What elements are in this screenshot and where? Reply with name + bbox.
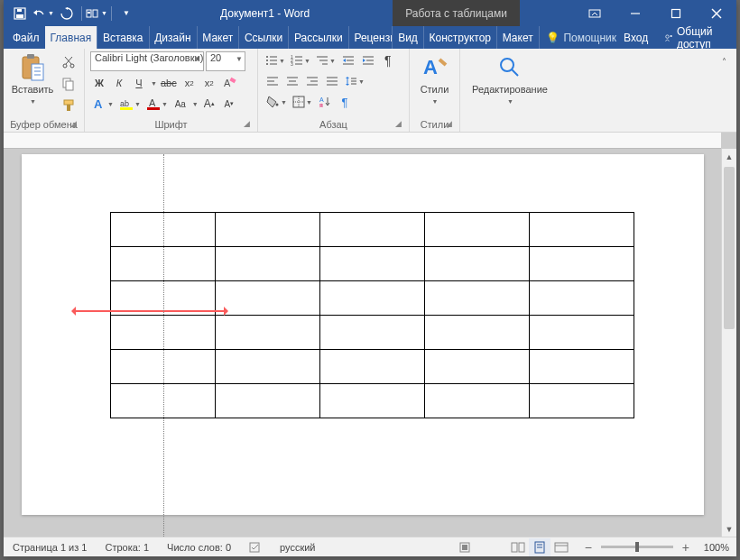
grow-font-icon[interactable]: A▴ bbox=[200, 95, 218, 113]
bold-button[interactable]: Ж bbox=[90, 74, 108, 92]
italic-button[interactable]: К bbox=[110, 74, 128, 92]
tab-mailings[interactable]: Рассылки bbox=[289, 26, 348, 49]
tab-file[interactable]: Файл bbox=[7, 26, 45, 49]
tab-layout[interactable]: Макет bbox=[197, 26, 238, 49]
bullets-icon[interactable]: ▼ bbox=[264, 51, 287, 69]
styles-button[interactable]: A Стили▼ bbox=[415, 51, 454, 107]
svg-rect-26 bbox=[67, 105, 70, 111]
cut-icon[interactable] bbox=[60, 53, 78, 71]
decrease-indent-icon[interactable] bbox=[339, 51, 357, 69]
svg-rect-82 bbox=[462, 545, 467, 550]
multilevel-icon[interactable]: ▼ bbox=[314, 51, 338, 69]
align-center-icon[interactable] bbox=[283, 72, 301, 90]
tab-review[interactable]: Рецензирование bbox=[348, 26, 392, 49]
svg-rect-1 bbox=[16, 14, 23, 18]
annotation-arrow bbox=[72, 310, 227, 312]
justify-icon[interactable] bbox=[323, 72, 341, 90]
tab-home[interactable]: Главная bbox=[45, 26, 97, 49]
tell-me[interactable]: 💡Помощник bbox=[539, 26, 624, 49]
strikethrough-button[interactable]: abc bbox=[159, 74, 179, 92]
document-page[interactable] bbox=[22, 154, 704, 515]
svg-text:A: A bbox=[149, 97, 156, 108]
tab-references[interactable]: Ссылки bbox=[239, 26, 288, 49]
zoom-out-button[interactable]: − bbox=[579, 538, 597, 556]
font-color-icon[interactable]: A▼ bbox=[144, 95, 170, 113]
sort-icon[interactable]: Aя bbox=[316, 93, 334, 111]
sign-in-link[interactable]: Вход bbox=[624, 32, 648, 44]
show-all-icon[interactable]: ¶ bbox=[336, 93, 354, 111]
scroll-down-icon[interactable]: ▼ bbox=[722, 521, 736, 537]
underline-button[interactable]: Ч bbox=[130, 74, 148, 92]
line-spacing-icon[interactable]: ▼ bbox=[343, 72, 366, 90]
superscript-button[interactable]: x2 bbox=[200, 74, 218, 92]
format-painter-icon[interactable] bbox=[60, 96, 78, 115]
view-read-icon[interactable] bbox=[507, 538, 529, 556]
status-language[interactable]: русский bbox=[271, 542, 324, 553]
show-marks-icon[interactable]: ¶ bbox=[379, 51, 397, 69]
scroll-thumb[interactable] bbox=[724, 167, 735, 329]
chevron-down-icon: ▼ bbox=[194, 55, 201, 63]
shrink-font-icon[interactable]: A▾ bbox=[220, 95, 238, 113]
subscript-button[interactable]: x2 bbox=[180, 74, 199, 92]
minimize-icon[interactable] bbox=[615, 0, 655, 26]
view-web-icon[interactable] bbox=[550, 538, 572, 556]
svg-rect-4 bbox=[93, 10, 97, 17]
paragraph-dialog-icon[interactable]: ◢ bbox=[393, 119, 403, 130]
zoom-thumb[interactable] bbox=[635, 542, 639, 552]
editing-button[interactable]: Редактирование▼ bbox=[466, 51, 554, 107]
zoom-slider[interactable] bbox=[601, 546, 673, 548]
close-icon[interactable] bbox=[696, 0, 736, 26]
tab-design[interactable]: Дизайн bbox=[149, 26, 196, 49]
font-size-select[interactable]: 20▼ bbox=[206, 51, 245, 71]
paste-button[interactable]: Вставить▼ bbox=[9, 51, 56, 107]
ribbon-options-icon[interactable] bbox=[574, 0, 615, 26]
status-page[interactable]: Страница 1 из 1 bbox=[4, 542, 96, 553]
align-left-icon[interactable] bbox=[264, 72, 282, 90]
scroll-up-icon[interactable]: ▲ bbox=[722, 149, 736, 164]
zoom-value[interactable]: 100% bbox=[698, 542, 729, 553]
tab-ctx-layout[interactable]: Макет bbox=[497, 26, 539, 49]
vertical-scrollbar[interactable]: ▲ ▼ bbox=[721, 149, 736, 537]
group-paragraph-label: Абзац bbox=[319, 119, 347, 130]
align-right-icon[interactable] bbox=[303, 72, 321, 90]
status-line[interactable]: Строка: 1 bbox=[96, 542, 158, 553]
redo-icon[interactable] bbox=[56, 3, 78, 24]
font-name-value: Calibri Light (Заголовки) bbox=[95, 52, 203, 63]
svg-point-71 bbox=[276, 104, 279, 106]
status-words[interactable]: Число слов: 0 bbox=[158, 542, 240, 553]
document-table[interactable] bbox=[110, 212, 634, 418]
svg-rect-24 bbox=[66, 81, 73, 90]
highlight-icon[interactable]: ab▼ bbox=[117, 95, 143, 113]
copy-icon[interactable] bbox=[60, 75, 78, 93]
text-effects-icon[interactable]: A▼ bbox=[90, 95, 116, 113]
undo-icon[interactable]: ▼ bbox=[32, 3, 54, 24]
numbering-icon[interactable]: 123▼ bbox=[289, 51, 312, 69]
borders-icon[interactable]: ▼ bbox=[291, 93, 314, 111]
collapse-ribbon-icon[interactable]: ˄ bbox=[715, 52, 733, 70]
increase-indent-icon[interactable] bbox=[359, 51, 377, 69]
clipboard-dialog-icon[interactable]: ◢ bbox=[68, 119, 79, 130]
svg-point-34 bbox=[266, 56, 268, 58]
save-icon[interactable] bbox=[9, 3, 31, 24]
styles-dialog-icon[interactable]: ◢ bbox=[443, 119, 454, 130]
svg-line-22 bbox=[65, 57, 71, 64]
horizontal-ruler[interactable] bbox=[4, 133, 721, 149]
zoom-in-button[interactable]: + bbox=[677, 538, 695, 556]
svg-rect-88 bbox=[555, 543, 568, 552]
tab-view[interactable]: Вид bbox=[393, 26, 423, 49]
touch-mode-icon[interactable]: ▼ bbox=[86, 3, 107, 24]
tab-ctx-design[interactable]: Конструктор bbox=[424, 26, 496, 49]
group-font-label: Шрифт bbox=[154, 119, 187, 130]
share-button[interactable]: Общий доступ bbox=[655, 26, 736, 49]
shading-icon[interactable]: ▼ bbox=[264, 93, 289, 111]
status-macro-icon[interactable] bbox=[449, 541, 480, 554]
view-print-icon[interactable] bbox=[529, 538, 550, 556]
clear-formatting-icon[interactable]: A bbox=[220, 74, 238, 92]
font-name-select[interactable]: Calibri Light (Заголовки)▼ bbox=[90, 51, 204, 71]
font-dialog-icon[interactable]: ◢ bbox=[241, 119, 252, 130]
qat-customize-icon[interactable]: ▼ bbox=[116, 3, 137, 24]
change-case-button[interactable]: Aa bbox=[171, 95, 190, 113]
tab-insert[interactable]: Вставка bbox=[97, 26, 149, 49]
status-proofing-icon[interactable] bbox=[240, 541, 271, 554]
maximize-icon[interactable] bbox=[655, 0, 696, 26]
